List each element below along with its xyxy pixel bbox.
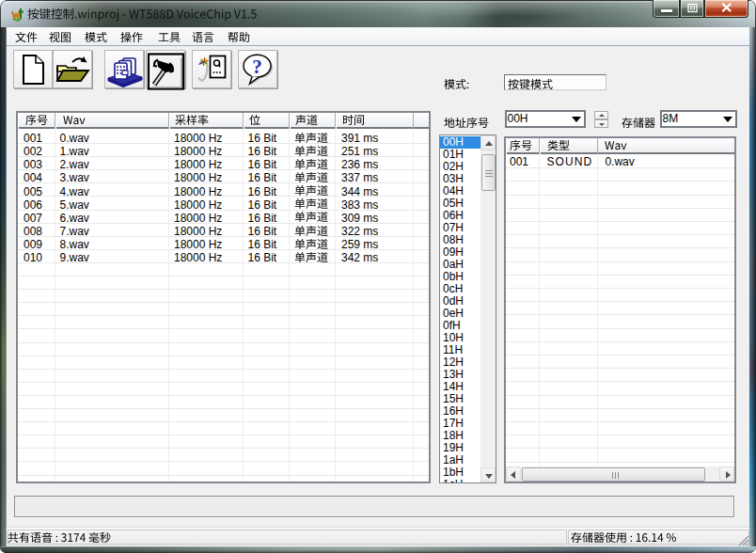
svg-text:?: ? (252, 55, 262, 78)
